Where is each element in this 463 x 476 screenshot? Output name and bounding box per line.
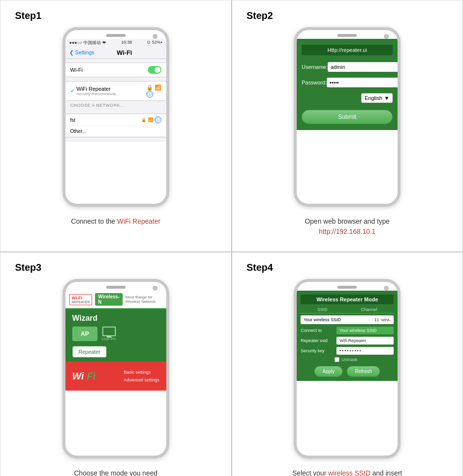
wizard-label: Wizard bbox=[65, 309, 166, 327]
repeater-ssid-row: Repeater ssid Wifi-Repeater bbox=[301, 337, 394, 345]
step1-cell: Step1 ●●●○○ 中国移动 ❤ 16:38 ⊙ 52%▪ ❮ Settin… bbox=[0, 0, 232, 252]
ssid-name: Your wireless SSID bbox=[303, 317, 372, 322]
step2-caption: Open web browser and type http://192.168… bbox=[305, 216, 390, 237]
language-selector-row: English ▼ bbox=[302, 93, 393, 103]
checkmark-icon: ✓ bbox=[70, 88, 75, 94]
statusbar: ●●●○○ 中国移动 ❤ 16:38 ⊙ 52%▪ bbox=[65, 39, 166, 47]
wireless-n-badge: Wireless-N bbox=[95, 293, 122, 306]
url-bar: Http://repeater.ui bbox=[302, 45, 393, 55]
info-button[interactable]: ⓘ bbox=[146, 91, 153, 98]
monitor-icon bbox=[102, 327, 116, 336]
wifi-label: Wi-Fi bbox=[70, 67, 148, 73]
step2-phone: Http://repeater.ui Username: Password: E… bbox=[294, 27, 400, 207]
user-pc-icon: User-PC bbox=[101, 327, 116, 341]
connect-to-label: Connect to bbox=[301, 328, 335, 333]
unmask-label: Unmask bbox=[341, 357, 357, 362]
network-other[interactable]: Other... bbox=[65, 126, 166, 137]
apply-button[interactable]: Apply bbox=[314, 366, 343, 377]
unmask-checkbox[interactable] bbox=[335, 357, 339, 362]
wifi-repeater-logo: Wi-Fi REPEATER bbox=[69, 294, 93, 305]
network-name: WiFi Repeater bbox=[77, 86, 146, 92]
password-field-row: Password: bbox=[302, 78, 393, 87]
fst-lock-icon: 🔒 bbox=[141, 117, 146, 122]
fi-word: Fi bbox=[87, 371, 96, 381]
repeater-button[interactable]: Repeater bbox=[72, 346, 107, 358]
security-key-input[interactable]: ••••••••• bbox=[336, 347, 394, 355]
wifi-settings-screen: ●●●○○ 中国移动 ❤ 16:38 ⊙ 52%▪ ❮ Settings Wi-… bbox=[65, 39, 166, 142]
dropdown-arrow-icon: ▼ bbox=[384, 95, 389, 101]
step4-caption: Select your wireless SSID and insert the… bbox=[292, 468, 402, 476]
login-screen: Http://repeater.ui Username: Password: E… bbox=[297, 39, 398, 130]
security-key-row: Security key ••••••••• bbox=[301, 347, 394, 355]
ssid-security: WPA- bbox=[381, 318, 391, 322]
fst-icons: 🔒 📶 ⓘ bbox=[141, 116, 161, 123]
back-button[interactable]: ❮ Settings bbox=[69, 49, 95, 56]
choose-network-label: CHOOSE A NETWORK... bbox=[65, 101, 166, 110]
step4-text2: and insert bbox=[370, 469, 402, 476]
carrier-info: ●●●○○ 中国移动 ❤ bbox=[69, 40, 106, 46]
wifi-icon: 📶 bbox=[155, 84, 161, 90]
unmask-row: Unmask bbox=[301, 357, 394, 362]
network-fst[interactable]: fst 🔒 📶 ⓘ bbox=[65, 114, 166, 126]
repeater-ssid-input[interactable]: Wifi-Repeater bbox=[336, 337, 394, 345]
ssid-channel: 11 bbox=[374, 317, 379, 322]
repeater-text: REPEATER bbox=[72, 300, 90, 304]
repeater-screen: Wi-Fi REPEATER Wireless-N More Range for… bbox=[65, 291, 166, 391]
network-other-name: Other... bbox=[70, 129, 161, 134]
step1-caption-highlight: WiFi Repeater bbox=[117, 217, 160, 225]
tagline: More Range for Wireless Network bbox=[126, 295, 162, 304]
step4-ssid-highlight: wireless SSID bbox=[328, 469, 370, 476]
connected-network-row: ✓ WiFi Repeater Security Recommenda... 🔒… bbox=[65, 82, 166, 100]
step2-caption-text1: Open web browser and type bbox=[305, 217, 390, 225]
connected-network-section: ✓ WiFi Repeater Security Recommenda... 🔒… bbox=[65, 81, 166, 101]
action-buttons: Apply Refresh bbox=[301, 366, 394, 377]
step3-phone: Wi-Fi REPEATER Wireless-N More Range for… bbox=[63, 279, 169, 459]
step3-text1: Choose the mode you need bbox=[74, 469, 158, 476]
modes-section: AP User-PC bbox=[65, 327, 166, 346]
network-info: WiFi Repeater Security Recommenda... bbox=[77, 86, 146, 96]
wifi-big-logo: Wi Fi bbox=[72, 370, 96, 382]
network-fst-name: fst bbox=[70, 117, 141, 123]
wifi-text: Wi-Fi bbox=[72, 295, 90, 300]
wifi-toggle-section: Wi-Fi bbox=[65, 63, 166, 77]
col-ssid: SSID bbox=[318, 307, 328, 312]
step3-caption: Choose the mode you need such as Repeate… bbox=[74, 468, 158, 476]
advanced-settings-link[interactable]: Advanced settings bbox=[124, 376, 160, 384]
nav-title: Wi-Fi bbox=[96, 49, 153, 56]
mode-header: Wireless Repeater Mode bbox=[301, 295, 394, 304]
username-field-row: Username: bbox=[302, 62, 393, 72]
col-channel: Channel bbox=[361, 307, 377, 312]
step4-text1: Select your bbox=[292, 469, 328, 476]
wifi-toggle[interactable] bbox=[148, 66, 161, 74]
step4-cell: Step4 Wireless Repeater Mode SSID Channe… bbox=[232, 252, 463, 476]
username-label: Username: bbox=[302, 64, 328, 70]
password-label: Password: bbox=[302, 80, 326, 85]
settings-links: Basic settings Advanced settings bbox=[124, 368, 160, 384]
settings-nav: ❮ Settings Wi-Fi bbox=[65, 47, 166, 59]
step4-phone: Wireless Repeater Mode SSID Channel Your… bbox=[294, 279, 400, 459]
password-input[interactable] bbox=[327, 78, 399, 87]
orange-section: Wi Fi Basic settings Advanced settings bbox=[65, 361, 166, 391]
step4-label: Step4 bbox=[247, 262, 273, 273]
step1-caption-text: Connect to the bbox=[71, 217, 117, 225]
ap-button[interactable]: AP bbox=[72, 327, 98, 341]
step1-phone: ●●●○○ 中国移动 ❤ 16:38 ⊙ 52%▪ ❮ Settings Wi-… bbox=[63, 27, 169, 207]
basic-settings-link[interactable]: Basic settings bbox=[124, 368, 160, 376]
submit-button[interactable]: Submit bbox=[302, 110, 393, 124]
step3-cell: Step3 Wi-Fi REPEATER Wireless-N More Ran… bbox=[0, 252, 232, 476]
ssid-entry-row[interactable]: Your wireless SSID 11 WPA- bbox=[301, 315, 394, 324]
instruction-grid: Step1 ●●●○○ 中国移动 ❤ 16:38 ⊙ 52%▪ ❮ Settin… bbox=[0, 0, 463, 476]
username-input[interactable] bbox=[328, 62, 400, 72]
refresh-button[interactable]: Refresh bbox=[347, 366, 380, 377]
fst-wifi-icon: 📶 bbox=[148, 117, 153, 122]
step1-label: Step1 bbox=[15, 10, 41, 21]
security-key-label: Security key bbox=[301, 348, 335, 353]
step2-caption-url: http://192.168.10.1 bbox=[319, 228, 376, 235]
step3-label: Step3 bbox=[15, 262, 41, 273]
network-sub: Security Recommenda... bbox=[77, 92, 146, 96]
fst-info-button[interactable]: ⓘ bbox=[155, 116, 161, 123]
step1-caption: Connect to the WiFi Repeater bbox=[71, 216, 160, 227]
language-select[interactable]: English ▼ bbox=[361, 93, 393, 103]
wifi-toggle-row: Wi-Fi bbox=[65, 63, 166, 77]
repeater-header: Wi-Fi REPEATER Wireless-N More Range for… bbox=[65, 291, 166, 309]
